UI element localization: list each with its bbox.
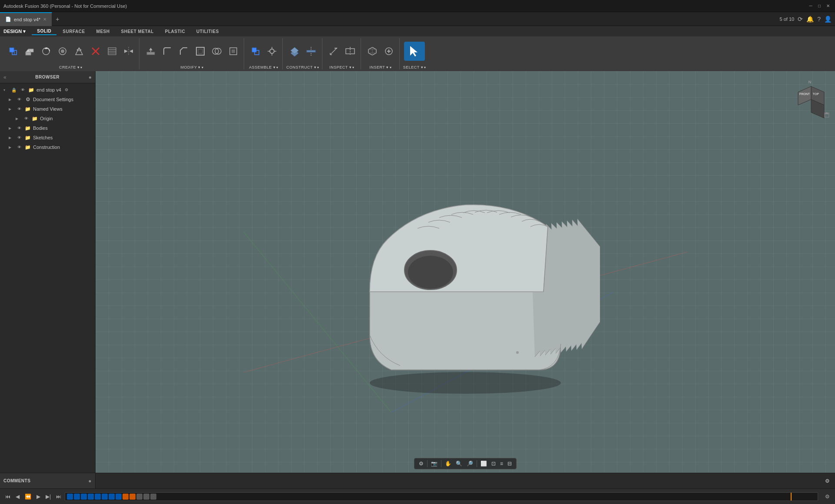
timeline-prev-button[interactable]: ◀ xyxy=(14,493,21,501)
toolbar-group-create: CREATE ▾ xyxy=(3,38,139,69)
sweep-button[interactable] xyxy=(55,44,70,58)
tree-item-construction[interactable]: ▶ 👁 📁 Construction xyxy=(0,142,95,152)
tree-item-named-views[interactable]: ▶ 👁 📁 Named Views xyxy=(0,104,95,114)
tree-item-sketches[interactable]: ▶ 👁 📁 Sketches xyxy=(0,133,95,142)
close-button[interactable]: ✕ xyxy=(825,3,832,10)
section-button[interactable] xyxy=(342,44,358,58)
insert-svg-button[interactable] xyxy=(381,44,397,58)
toolbar-tab-sheet-metal[interactable]: SHEET METAL xyxy=(116,28,159,35)
loft-button[interactable] xyxy=(71,44,87,58)
select-button[interactable] xyxy=(404,42,425,61)
pan-button[interactable]: ✋ xyxy=(443,460,453,468)
tree-settings-icon[interactable]: ⚙ xyxy=(65,88,68,92)
viewport[interactable]: N TOP FRONT ⚙ 📷 ✋ 🔍 🔎 xyxy=(96,71,835,473)
timeline-item-8[interactable] xyxy=(116,494,122,500)
status-settings-button[interactable]: ⚙ xyxy=(823,477,832,485)
insert-buttons xyxy=(364,38,397,64)
toolbar-tab-solid[interactable]: SOLID xyxy=(32,28,56,35)
toolbar-group-select: SELECT ▾ xyxy=(401,38,429,69)
tab-end-stop[interactable]: 📄 end stop v4* ✕ xyxy=(0,12,52,26)
tree-folder-origin: 📁 xyxy=(31,115,38,122)
camera-button[interactable]: 📷 xyxy=(429,460,439,468)
vp-divider-1 xyxy=(427,460,427,467)
joint-button[interactable] xyxy=(264,44,280,58)
combine-button[interactable] xyxy=(209,44,225,58)
insert-group-label[interactable]: INSERT ▾ xyxy=(370,65,392,69)
timeline-item-6[interactable] xyxy=(102,494,108,500)
assemble-group-label[interactable]: ASSEMBLE ▾ xyxy=(249,65,278,69)
timeline-options-button[interactable]: ⚙ xyxy=(823,493,832,501)
timeline-play-button[interactable]: ▶ xyxy=(35,493,42,501)
timeline-item-13[interactable] xyxy=(150,494,156,500)
revolve-button[interactable] xyxy=(38,44,54,58)
add-tab-button[interactable]: + xyxy=(56,16,59,23)
timeline-fast-back-button[interactable]: ⏪ xyxy=(23,493,33,501)
account-button[interactable]: 👤 xyxy=(824,16,832,23)
browser-close-button[interactable]: ● xyxy=(89,74,92,80)
construct-group-label[interactable]: CONSTRUCT ▾ xyxy=(286,65,319,69)
timeline-item-12[interactable] xyxy=(143,494,149,500)
timeline-track[interactable] xyxy=(65,492,818,501)
view-layout-button[interactable]: ≡ xyxy=(498,460,505,468)
toolbar-tab-plastic[interactable]: PLASTIC xyxy=(160,28,190,35)
timeline-item-3[interactable] xyxy=(81,494,87,500)
zoom-in-button[interactable]: 🔎 xyxy=(465,460,475,468)
mirror-button[interactable] xyxy=(121,44,136,58)
chamfer-button[interactable] xyxy=(176,44,192,58)
minimize-button[interactable]: ─ xyxy=(807,3,814,10)
timeline-item-1[interactable] xyxy=(67,494,73,500)
timeline-next-button[interactable]: ▶| xyxy=(44,493,53,501)
rib-button[interactable] xyxy=(88,44,103,58)
timeline-item-7[interactable] xyxy=(109,494,115,500)
new-comp-assemble-button[interactable] xyxy=(248,44,263,58)
fillet-button[interactable] xyxy=(159,44,175,58)
tree-item-root[interactable]: ▾ 🔒 👁 📁 end stop v4 ⚙ xyxy=(0,85,95,95)
create-group-label[interactable]: CREATE ▾ xyxy=(59,65,83,69)
notifications-button[interactable]: 🔔 xyxy=(806,16,814,23)
toolbar-tab-surface[interactable]: SURFACE xyxy=(57,28,90,35)
offset-plane-button[interactable] xyxy=(287,44,302,58)
view-cube[interactable]: N TOP FRONT xyxy=(792,80,826,115)
modify-group-label[interactable]: MODIFY ▾ xyxy=(181,65,204,69)
press-pull-button[interactable] xyxy=(143,44,159,58)
display-mode-button[interactable]: ⬜ xyxy=(479,460,489,468)
browser-collapse-button[interactable]: « xyxy=(3,74,7,80)
timeline-item-5[interactable] xyxy=(95,494,101,500)
shell-button[interactable] xyxy=(192,44,208,58)
history-button[interactable]: ⟳ xyxy=(798,16,803,23)
browser-title: BROWSER xyxy=(35,75,60,79)
help-button[interactable]: ? xyxy=(817,16,821,23)
zoom-button[interactable]: 🔍 xyxy=(454,460,464,468)
insert-mesh-button[interactable] xyxy=(364,44,380,58)
tree-label-origin: Origin xyxy=(40,116,53,121)
capture-button[interactable]: ⊟ xyxy=(506,460,514,468)
thread-button[interactable] xyxy=(104,44,120,58)
new-component-button[interactable] xyxy=(5,44,21,58)
inspect-group-label[interactable]: INSPECT ▾ xyxy=(329,65,354,69)
tree-item-origin[interactable]: ▶ 👁 📁 Origin xyxy=(0,114,95,123)
extrude-button[interactable] xyxy=(22,44,37,58)
maximize-button[interactable]: □ xyxy=(816,3,823,10)
tree-item-bodies[interactable]: ▶ 👁 📁 Bodies xyxy=(0,123,95,133)
midplane-button[interactable] xyxy=(303,44,319,58)
scale-button[interactable] xyxy=(225,44,241,58)
tree-arrow-named-views: ▶ xyxy=(9,107,14,111)
timeline-item-10[interactable] xyxy=(129,494,136,500)
tab-close-button[interactable]: ✕ xyxy=(43,17,46,22)
timeline-item-4[interactable] xyxy=(88,494,94,500)
timeline-item-9[interactable] xyxy=(123,494,129,500)
comments-close-button[interactable]: ● xyxy=(88,478,92,484)
toolbar-tab-mesh[interactable]: MESH xyxy=(91,28,115,35)
design-dropdown[interactable]: DESIGN ▾ xyxy=(3,29,26,34)
viewport-settings-button[interactable]: ⚙ xyxy=(417,460,425,468)
timeline-item-2[interactable] xyxy=(74,494,80,500)
timeline-item-11[interactable] xyxy=(136,494,142,500)
timeline-to-start-button[interactable]: ⏮ xyxy=(3,493,12,501)
measure-button[interactable] xyxy=(326,44,341,58)
render-mode-button[interactable]: ⊡ xyxy=(490,460,497,468)
select-group-label[interactable]: SELECT ▾ xyxy=(403,65,426,69)
tree-item-doc-settings[interactable]: ▶ 👁 ⚙ Document Settings xyxy=(0,95,95,104)
toolbar-group-modify: MODIFY ▾ xyxy=(140,38,244,69)
toolbar-tab-utilities[interactable]: UTILITIES xyxy=(191,28,224,35)
timeline-to-end-button[interactable]: ⏭ xyxy=(54,493,63,501)
